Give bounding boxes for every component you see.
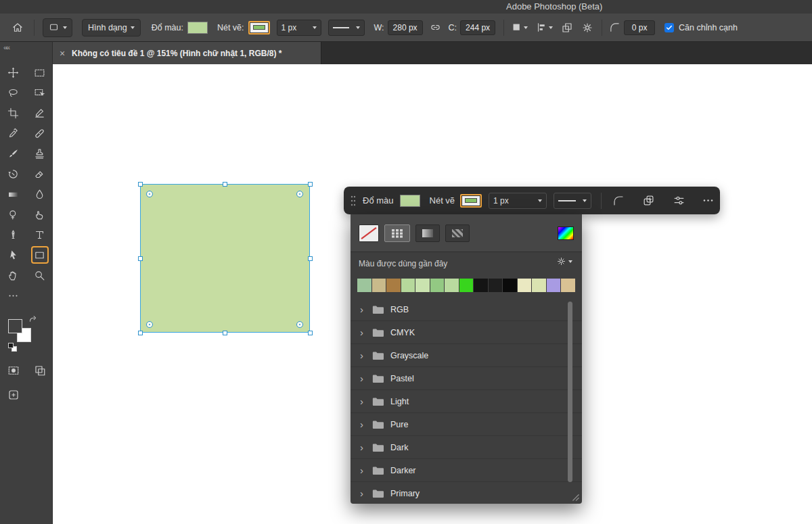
quick-mask-button[interactable] [5,362,22,379]
corner-radius-input[interactable]: 0 px [624,20,655,35]
fill-color-swatch[interactable] [187,22,208,34]
color-swatch[interactable] [532,279,546,292]
screen-mode-button[interactable] [31,362,49,379]
object-select-tool[interactable] [31,84,49,101]
color-swatch[interactable] [518,279,532,292]
corner-radius-button[interactable] [612,195,625,207]
color-swatch[interactable] [561,279,575,292]
selection-handle[interactable] [138,256,143,261]
corner-radius-handle[interactable] [296,191,303,197]
color-group-row[interactable]: ›Primary [351,482,582,504]
gradient-button[interactable] [415,224,440,242]
corner-radius-handle[interactable] [146,191,153,197]
zoom-tool[interactable] [31,266,49,284]
solid-color-button[interactable] [384,224,410,242]
gradient-tool[interactable] [5,185,22,203]
color-group-row[interactable]: ›Pure [351,413,582,436]
brush-tool[interactable] [5,145,22,162]
path-select-tool[interactable] [5,246,22,264]
resize-handle-icon[interactable] [571,493,580,502]
color-group-row[interactable]: ›Darker [351,459,582,482]
color-swatch[interactable] [401,279,415,292]
tool-preset-button[interactable] [43,18,72,37]
smudge-tool[interactable] [31,206,49,223]
color-swatch[interactable] [357,279,371,292]
lasso-tool[interactable] [5,84,22,101]
color-swatch[interactable] [547,279,561,292]
pattern-button[interactable] [445,224,470,242]
color-picker-button[interactable] [558,227,574,240]
color-swatch[interactable] [445,279,459,292]
color-swatch[interactable] [474,279,488,292]
color-swatch[interactable] [489,279,503,292]
dodge-tool[interactable] [5,206,22,223]
stroke-style-combo[interactable] [554,193,591,209]
stroke-color-swatch[interactable] [460,194,482,208]
foreground-color-swatch[interactable] [8,319,22,333]
drag-grip-icon[interactable] [351,195,356,207]
history-brush-tool[interactable] [5,165,22,183]
selection-handle[interactable] [138,182,143,187]
eyedropper-tool[interactable] [5,124,22,142]
hand-tool[interactable] [5,266,22,284]
align-edges-checkbox[interactable] [664,23,674,32]
color-swatch[interactable] [386,279,401,292]
selection-handle[interactable] [138,331,143,335]
panel-scrollbar[interactable] [568,302,572,482]
corner-radius-handle[interactable] [146,321,153,328]
pen-tool[interactable] [5,226,22,243]
color-group-row[interactable]: ›RGB [351,298,582,321]
type-tool[interactable] [31,226,49,243]
rectangle-tool[interactable] [31,246,49,264]
swap-colors-icon[interactable] [28,315,37,327]
marquee-tool[interactable] [31,64,49,81]
selection-handle[interactable] [223,331,227,335]
document-canvas[interactable]: Đổ màu Nét vẽ 1 px [53,64,812,524]
color-group-row[interactable]: ›Dark [351,436,582,459]
stamp-tool[interactable] [31,145,49,162]
selection-handle[interactable] [223,182,227,187]
move-tool[interactable] [5,64,22,81]
healing-tool[interactable] [31,124,49,142]
more-options-button[interactable] [702,194,715,207]
duplicate-shape-button[interactable] [642,194,655,207]
color-swatch[interactable] [415,279,430,292]
fill-color-swatch[interactable] [400,195,420,207]
stroke-color-swatch[interactable] [248,21,270,34]
collapse-panel-icon[interactable]: «« [3,43,9,51]
shape-options-button[interactable] [673,194,685,207]
width-input[interactable]: 280 px [388,20,423,35]
color-swatch[interactable] [503,279,517,292]
slice-tool[interactable] [31,104,49,122]
selection-handle[interactable] [308,182,313,187]
path-arrangement-button[interactable] [561,22,573,34]
selection-handle[interactable] [308,256,313,261]
blur-tool[interactable] [31,185,49,203]
tab-close-icon[interactable]: × [60,48,72,59]
edit-toolbar-button[interactable] [5,386,22,404]
document-tab[interactable]: × Không có tiêu đề 1 @ 151% (Hình chữ nh… [53,42,321,64]
path-operations-button[interactable] [511,22,528,33]
panel-settings-button[interactable] [556,256,572,266]
stroke-width-combo[interactable]: 1 px [277,20,321,36]
color-swatch[interactable] [430,279,445,292]
crop-tool[interactable] [5,104,22,122]
color-group-row[interactable]: ›Light [351,390,582,413]
corner-radius-handle[interactable] [296,321,303,328]
no-color-button[interactable] [359,224,379,242]
eraser-tool[interactable] [31,165,49,183]
rectangle-shape[interactable] [140,184,310,333]
selection-handle[interactable] [308,331,313,335]
color-swatch[interactable] [459,279,474,292]
more-tool[interactable] [5,287,22,304]
stroke-style-combo[interactable] [328,20,365,36]
color-swatch[interactable] [372,279,386,292]
color-group-row[interactable]: ›CMYK [351,321,582,344]
link-dimensions-button[interactable] [428,20,443,35]
shape-settings-button[interactable] [581,22,593,34]
home-button[interactable] [9,20,26,36]
stroke-width-combo[interactable]: 1 px [489,193,547,209]
color-group-row[interactable]: ›Grayscale [351,344,582,367]
path-alignment-button[interactable] [536,22,553,33]
shape-mode-select[interactable]: Hình dạng [82,19,141,37]
